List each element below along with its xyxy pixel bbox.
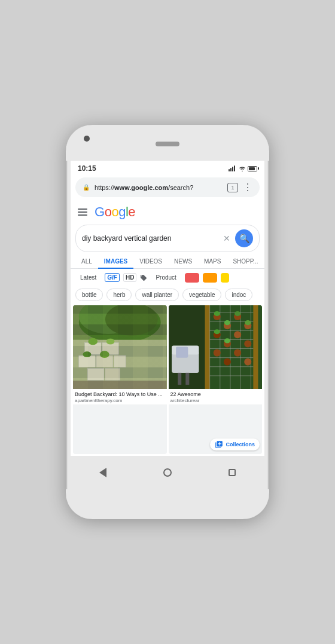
search-tabs: ALL IMAGES VIDEOS NEWS MAPS SHOPP...	[71, 254, 264, 269]
google-header: Google	[71, 200, 264, 222]
camera	[84, 136, 90, 142]
collections-icon	[215, 440, 223, 449]
image-card-2[interactable]: 22 Awesome architecturear Collections	[169, 305, 263, 454]
svg-rect-7	[79, 355, 95, 367]
url-bar[interactable]: 🔒 https://www.google.com/search? 1 ⋮	[75, 177, 260, 197]
svg-rect-11	[105, 369, 120, 381]
collections-label: Collections	[226, 441, 255, 447]
svg-rect-10	[87, 369, 103, 381]
tab-maps[interactable]: MAPS	[198, 254, 227, 268]
recents-icon	[229, 469, 236, 476]
chip-wall-planter[interactable]: wall planter	[135, 289, 179, 301]
logo-e: e	[128, 204, 135, 219]
url-end: /search?	[168, 184, 193, 191]
chip-bottle[interactable]: bottle	[75, 289, 103, 301]
search-icon: 🔍	[239, 234, 249, 243]
tab-videos[interactable]: VIDEOS	[133, 254, 168, 268]
recents-button[interactable]	[223, 464, 241, 482]
svg-rect-20	[253, 305, 258, 389]
svg-point-50	[214, 329, 220, 334]
url-domain: www.google.com	[114, 184, 168, 191]
collections-badge[interactable]: Collections	[210, 438, 260, 450]
svg-point-2	[79, 305, 138, 334]
tab-images[interactable]: IMAGES	[98, 254, 133, 268]
svg-point-42	[213, 349, 220, 357]
image-caption-1: Budget Backyard: 10 Ways to Use ... apar…	[73, 389, 167, 404]
chip-herb[interactable]: herb	[106, 289, 132, 301]
svg-point-45	[244, 358, 251, 366]
chips-bar: bottle herb wall planter vegetable indoc	[71, 286, 264, 303]
phone-chin	[66, 489, 269, 519]
caption-source-1: apartmenttherapy.com	[75, 398, 165, 403]
filter-latest[interactable]: Latest	[75, 272, 101, 283]
home-button[interactable]	[159, 464, 176, 482]
svg-point-43	[223, 358, 230, 366]
google-logo: Google	[95, 204, 135, 220]
status-icons	[229, 165, 257, 171]
svg-point-51	[224, 338, 230, 343]
logo-g: G	[95, 204, 105, 219]
tab-all[interactable]: ALL	[75, 254, 98, 268]
svg-point-49	[245, 320, 251, 325]
svg-rect-0	[73, 305, 167, 389]
svg-point-1	[79, 305, 161, 343]
chip-vegetable[interactable]: vegetable	[182, 289, 221, 301]
image-card-1[interactable]: Budget Backyard: 10 Ways to Use ... apar…	[73, 305, 167, 454]
svg-rect-16	[73, 381, 167, 389]
svg-rect-9	[114, 355, 126, 367]
svg-rect-54	[178, 373, 181, 385]
svg-rect-55	[185, 373, 189, 385]
cinder-garden-image	[73, 305, 167, 389]
filter-gif[interactable]: GIF	[105, 273, 120, 282]
logo-o1: o	[105, 204, 112, 219]
svg-rect-19	[205, 305, 209, 389]
filter-color-yellow[interactable]	[221, 273, 229, 283]
screen: 10:15 🔒	[71, 161, 264, 456]
caption-title-1: Budget Backyard: 10 Ways to Use ...	[75, 391, 165, 398]
lock-icon: 🔒	[83, 184, 90, 191]
filter-product[interactable]: Product	[151, 272, 181, 283]
pots-garden-image	[169, 305, 263, 389]
svg-point-41	[244, 340, 251, 347]
image-grid: Budget Backyard: 10 Ways to Use ... apar…	[71, 303, 264, 456]
svg-point-14	[83, 351, 92, 357]
filter-bar: Latest GIF HD Product	[71, 269, 264, 286]
filter-color-red[interactable]	[185, 273, 199, 283]
wifi-icon	[239, 166, 246, 171]
tab-shopping[interactable]: SHOPP...	[227, 254, 264, 268]
svg-rect-4	[73, 340, 167, 389]
search-box[interactable]: diy backyard vertical garden ✕ 🔍	[75, 225, 260, 252]
url-start: https://	[95, 184, 114, 191]
caption-source-2: architecturear	[170, 398, 261, 403]
hamburger-menu[interactable]	[78, 208, 87, 216]
image-column-right: 22 Awesome architecturear Collections	[169, 305, 263, 454]
image-column-left: Budget Backyard: 10 Ways to Use ... apar…	[73, 305, 167, 454]
svg-rect-56	[176, 346, 188, 357]
svg-point-3	[105, 305, 158, 336]
signal-icon	[229, 165, 237, 171]
phone-frame: 10:15 🔒	[66, 125, 269, 519]
search-button[interactable]: 🔍	[235, 229, 253, 247]
logo-o2: o	[111, 204, 118, 219]
speaker	[156, 142, 179, 146]
tab-news[interactable]: NEWS	[168, 254, 198, 268]
chip-indoor[interactable]: indoc	[225, 289, 252, 301]
tab-count[interactable]: 1	[227, 183, 238, 192]
caption-title-2: 22 Awesome	[170, 391, 261, 398]
image-caption-2: 22 Awesome architecturear	[169, 389, 263, 404]
more-options-icon[interactable]: ⋮	[243, 182, 252, 193]
svg-point-15	[100, 351, 109, 358]
url-text: https://www.google.com/search?	[95, 184, 223, 191]
status-bar: 10:15	[71, 161, 264, 175]
svg-point-13	[106, 339, 115, 345]
filter-color-orange[interactable]	[203, 273, 217, 283]
svg-point-40	[234, 331, 241, 338]
status-time: 10:15	[78, 164, 96, 173]
svg-point-47	[224, 320, 230, 325]
filter-hd[interactable]: HD	[123, 273, 136, 282]
back-button[interactable]	[94, 464, 112, 482]
home-icon	[163, 468, 172, 477]
phone-bottom-nav	[71, 456, 264, 489]
search-query: diy backyard vertical garden	[82, 234, 218, 243]
clear-search-button[interactable]: ✕	[223, 234, 230, 243]
